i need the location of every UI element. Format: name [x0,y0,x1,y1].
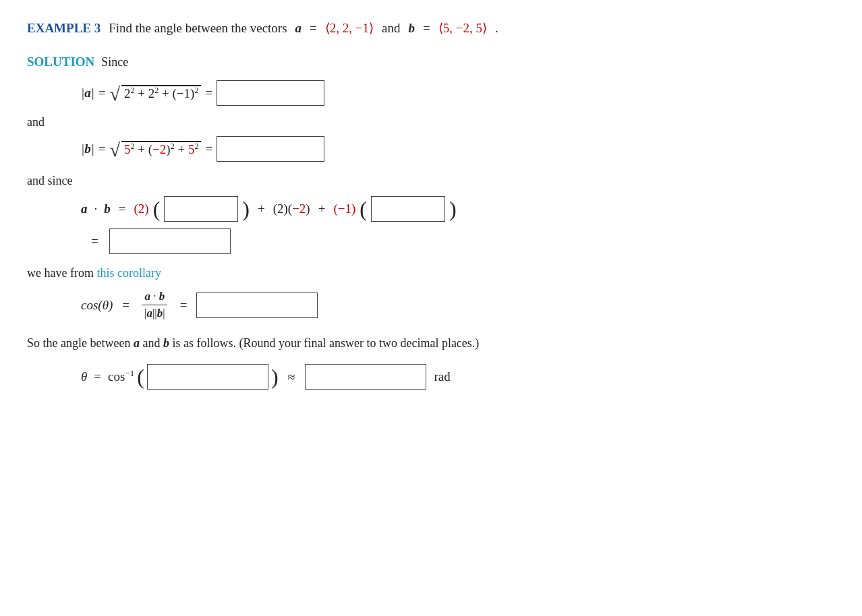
plus-2: + [318,202,326,216]
coeff-2-neg2: (2)(−2) [273,202,310,216]
cos-inv-box[interactable] [147,364,268,390]
sqrt-a-content: 22 + 22 + (−1)2 [121,85,201,101]
eq5: = [119,202,126,216]
cos-answer-box[interactable] [196,292,318,318]
sqrt-b: √ 52 + (−2)2 + 52 [110,140,202,158]
coeff-neg1: (−1) [333,202,355,216]
left-paren-2: ( [360,198,367,220]
frac-numerator: a · b [142,290,167,305]
and-label: and [27,115,835,129]
eq2: = [205,86,212,100]
abs-b-equation: |b| = √ 52 + (−2)2 + 52 = [81,136,835,162]
sqrt-symbol-b: √ [110,141,120,160]
dot-box-1[interactable] [164,196,238,222]
eq3: = [98,142,106,156]
vector-b-label: b [408,21,415,36]
theta-label: θ [81,369,87,384]
dot-symbol: · [94,202,98,216]
frac-denominator: |a||b| [142,305,168,320]
solution-header: SOLUTION Since [27,55,835,69]
we-have-label: we have from this corollary [27,266,835,280]
equals-sign-1: = [310,21,317,36]
cos-inv-label: cos−1 [108,369,134,384]
sqrt-a: √ 22 + 22 + (−1)2 [110,84,202,102]
corollary-link[interactable]: this corollary [96,266,161,280]
dot-box-2[interactable] [371,196,445,222]
final-a-bold: a [134,336,140,350]
cos-equation: cos(θ) = a · b |a||b| = [81,290,835,320]
left-paren-3: ( [137,366,144,388]
solution-label: SOLUTION [27,55,94,69]
header-and: and [382,21,400,36]
eq1: = [98,86,106,100]
final-b-bold: b [163,336,169,350]
coeff-2-1: (2) [134,202,148,216]
right-paren-3: ) [271,366,279,388]
since-text: Since [101,55,128,69]
dot-product-equation: a · b = (2) ( ) + (2)(−2) + (−1) ( ) [81,196,835,222]
eq9: = [94,369,101,384]
final-text-2: is as follows. (Round your final answer … [172,336,479,350]
fraction-ab: a · b |a||b| [142,290,168,320]
dot-result-equation: = [91,228,835,254]
eq7: = [122,298,130,313]
vector-a-label: a [295,21,302,36]
final-text-1: So the angle between [27,336,130,350]
vector-a-value: ⟨2, 2, −1⟩ [325,20,374,36]
final-statement: So the angle between a and b is as follo… [27,336,835,350]
problem-text: Find the angle between the vectors [109,21,287,36]
rad-label: rad [434,369,451,384]
abs-a-label: |a| [81,86,94,100]
theta-equation: θ = cos−1 ( ) ≈ rad [81,364,835,390]
example-header: EXAMPLE 3 Find the angle between the vec… [27,20,835,36]
equals-sign-2: = [423,21,430,36]
approx-answer-box[interactable] [305,364,426,390]
abs-b-label: |b| [81,142,94,156]
abs-a-answer-box[interactable] [217,80,324,106]
right-paren-2: ) [449,198,457,220]
left-paren-1: ( [153,198,161,220]
cos-label: cos(θ) [81,298,113,313]
eq6: = [91,234,98,249]
dot-result-box[interactable] [109,228,231,254]
eq4: = [205,142,212,156]
sqrt-symbol-a: √ [110,85,120,104]
we-have-text: we have from [27,266,94,280]
approx-symbol: ≈ [288,369,295,385]
period: . [495,21,498,36]
and-since-label: and since [27,174,835,188]
eq8: = [180,298,188,313]
final-and: and [142,336,160,350]
abs-a-equation: |a| = √ 22 + 22 + (−1)2 = [81,80,835,106]
abs-b-answer-box[interactable] [217,136,324,162]
example-label: EXAMPLE 3 [27,21,100,36]
vector-b-value: ⟨5, −2, 5⟩ [438,20,487,36]
dot-a-label: a [81,202,88,216]
plus-1: + [258,202,265,216]
sqrt-b-content: 52 + (−2)2 + 52 [121,141,201,157]
right-paren-1: ) [242,198,250,220]
dot-b-label: b [104,202,111,216]
